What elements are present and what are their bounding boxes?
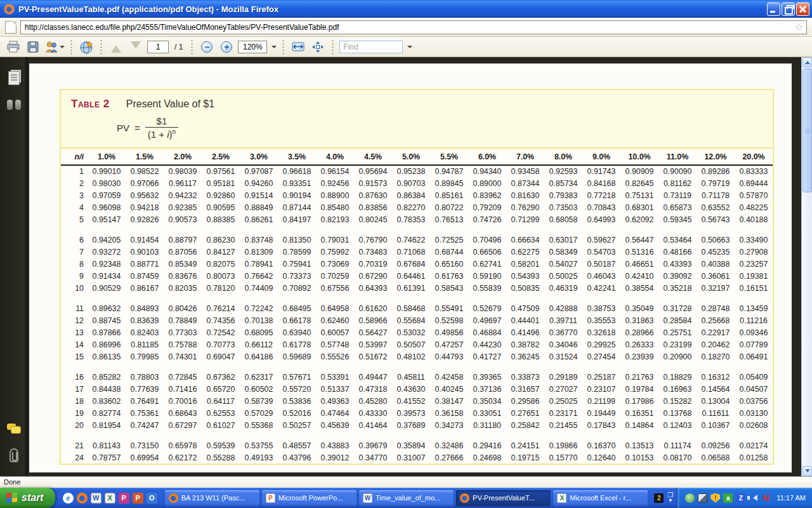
pv-factor-cell: 0.67684 bbox=[392, 258, 430, 270]
column-header: 9.0% bbox=[582, 149, 620, 165]
period-cell: 8 bbox=[61, 258, 88, 270]
pv-factor-cell: 0.65720 bbox=[202, 383, 240, 395]
print-button[interactable] bbox=[5, 39, 22, 55]
pv-factor-cell: 0.47257 bbox=[430, 338, 468, 351]
column-header: 4.5% bbox=[354, 149, 392, 165]
pv-factor-cell: 0.44230 bbox=[468, 338, 506, 351]
ie-quick-launch-icon[interactable]: e bbox=[63, 493, 74, 504]
pv-factor-cell: 0.58201 bbox=[506, 258, 544, 270]
zoom-dropdown-arrow[interactable] bbox=[272, 46, 277, 51]
pv-factor-cell: 0.18829 bbox=[658, 371, 697, 383]
period-cell: 14 bbox=[61, 338, 88, 351]
attachments-panel-button[interactable] bbox=[6, 447, 22, 464]
taskbar-task-button[interactable]: WTime_value_of_mo... bbox=[359, 490, 454, 506]
search-panel-button[interactable] bbox=[6, 97, 22, 113]
scrollbar-thumb[interactable] bbox=[802, 69, 812, 192]
pv-factor-cell: 0.45639 bbox=[316, 419, 354, 431]
web-tools-button[interactable] bbox=[78, 39, 95, 55]
vertical-scrollbar[interactable] bbox=[801, 57, 812, 476]
firefox-quick-launch-icon[interactable] bbox=[77, 493, 88, 504]
shield-tray-icon[interactable]: ! bbox=[710, 493, 720, 503]
close-button[interactable] bbox=[796, 3, 809, 16]
pv-factor-cell: 0.87630 bbox=[354, 189, 392, 201]
taskbar-indicators: 2 ❐▾ bbox=[650, 493, 677, 503]
bookmark-star-icon[interactable]: ☆ bbox=[795, 22, 803, 32]
pv-factor-cell: 0.79383 bbox=[544, 189, 582, 201]
pv-factor-cell: 0.23107 bbox=[582, 383, 620, 395]
fit-page-button[interactable] bbox=[310, 39, 326, 55]
zoom-in-button[interactable]: + bbox=[218, 39, 235, 55]
pv-factor-cell: 0.78803 bbox=[126, 371, 164, 383]
email-share-button[interactable] bbox=[44, 39, 65, 55]
pv-factor-cell: 0.61620 bbox=[354, 302, 392, 314]
table-row: 100.905290.861670.820350.781200.744090.7… bbox=[61, 282, 773, 294]
globe-icon bbox=[79, 40, 94, 54]
column-header: 11.0% bbox=[658, 149, 697, 165]
pv-factor-cell: 0.81309 bbox=[240, 246, 278, 258]
window-title: PV-PresentValueTable.pdf (application/pd… bbox=[18, 4, 766, 14]
start-button[interactable]: start bbox=[0, 488, 55, 508]
volume-tray-icon[interactable] bbox=[749, 493, 758, 503]
pv-factor-cell: 0.73150 bbox=[126, 439, 164, 451]
url-input[interactable] bbox=[20, 20, 807, 34]
messenger-tray-icon[interactable] bbox=[685, 493, 695, 503]
pv-factor-cell: 0.23199 bbox=[658, 338, 697, 351]
pv-factor-cell: 0.67556 bbox=[316, 282, 354, 294]
pv-factor-cell: 0.15770 bbox=[544, 451, 582, 464]
pv-factor-cell: 0.75788 bbox=[164, 338, 202, 351]
pv-factor-cell: 0.95238 bbox=[392, 165, 430, 177]
table-row: 70.932720.901030.870560.841270.813090.78… bbox=[61, 246, 773, 258]
taskbar-task-button[interactable]: BA 213 W11 (Pasc... bbox=[165, 490, 259, 506]
taskbar-task-button[interactable]: XMicrosoft Excel - r... bbox=[553, 490, 648, 506]
period-cell: 16 bbox=[61, 371, 88, 383]
notification-badge-icon[interactable]: 2 bbox=[654, 493, 664, 503]
pv-factor-cell: 0.11174 bbox=[658, 439, 697, 451]
pv-factor-cell: 0.66112 bbox=[240, 338, 278, 351]
pv-factor-cell: 0.13513 bbox=[620, 439, 658, 451]
pv-factor-cell: 0.50663 bbox=[697, 234, 735, 246]
comments-panel-button[interactable] bbox=[6, 420, 22, 437]
word-quick-launch-icon[interactable]: W bbox=[91, 493, 102, 504]
scroll-up-arrow[interactable] bbox=[802, 57, 812, 67]
share-dropdown-arrow[interactable] bbox=[60, 46, 65, 51]
page-number-input[interactable] bbox=[147, 41, 169, 53]
pv-factor-cell: 0.77303 bbox=[164, 326, 202, 338]
collapse-icon[interactable]: ❐▾ bbox=[667, 493, 673, 503]
pages-panel-button[interactable] bbox=[6, 70, 22, 86]
taskbar-task-button[interactable]: PMicrosoft PowerPo... bbox=[262, 490, 357, 506]
pv-factor-cell: 0.57671 bbox=[278, 371, 316, 383]
find-input[interactable] bbox=[339, 41, 403, 53]
period-cell: 5 bbox=[61, 213, 88, 225]
pv-factor-cell: 0.19449 bbox=[582, 407, 620, 419]
minimize-button[interactable] bbox=[767, 3, 780, 16]
fit-width-button[interactable] bbox=[290, 39, 306, 55]
restore-button[interactable] bbox=[782, 3, 795, 16]
outlook-quick-launch-icon[interactable]: O bbox=[147, 493, 157, 504]
pub-quick-launch-icon[interactable]: P bbox=[119, 493, 129, 504]
pv-factor-cell: 0.88745 bbox=[88, 314, 126, 326]
pv-factor-cell: 0.83639 bbox=[126, 314, 164, 326]
antivirus-tray-icon[interactable]: a bbox=[723, 493, 733, 503]
excel-quick-launch-icon[interactable]: X bbox=[105, 493, 115, 504]
firefox-window: PV-PresentValueTable.pdf (application/pd… bbox=[0, 0, 812, 508]
zone-tray-icon[interactable]: Z bbox=[736, 493, 745, 503]
zoom-out-button[interactable]: − bbox=[199, 39, 215, 55]
pv-factor-cell: 0.78757 bbox=[88, 451, 126, 464]
network-tray-icon[interactable] bbox=[698, 493, 707, 503]
period-cell: 21 bbox=[61, 439, 88, 451]
pv-factor-cell: 0.76642 bbox=[240, 270, 278, 282]
ppt-quick-launch-icon[interactable]: P bbox=[133, 493, 143, 504]
pv-factor-cell: 0.70843 bbox=[582, 201, 620, 213]
pdf-toolbar: / 1 − + 120% bbox=[0, 37, 812, 57]
zoom-level-field[interactable]: 120% bbox=[238, 41, 267, 53]
previous-page-button[interactable] bbox=[108, 39, 124, 55]
find-dropdown-arrow[interactable] bbox=[407, 46, 412, 51]
norton-tray-icon[interactable]: N bbox=[761, 493, 771, 503]
pv-factor-cell: 0.76214 bbox=[202, 302, 240, 314]
taskbar-task-button[interactable]: PV-PresentValueT... bbox=[456, 490, 551, 506]
pv-factor-cell: 0.68744 bbox=[430, 246, 468, 258]
scroll-down-arrow[interactable] bbox=[802, 466, 812, 476]
pv-factor-cell: 0.88385 bbox=[202, 213, 240, 225]
next-page-button[interactable] bbox=[128, 39, 144, 55]
save-button[interactable] bbox=[25, 39, 41, 55]
